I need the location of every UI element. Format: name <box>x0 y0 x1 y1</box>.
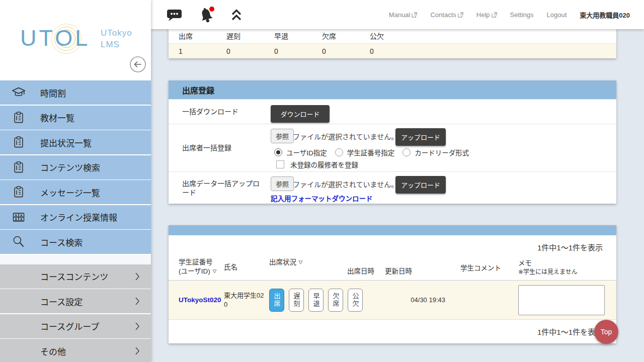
col-header-name: 氏名 <box>224 263 269 280</box>
sidebar-item-label: 時間割 <box>40 86 66 99</box>
col-header-status[interactable]: 出席状況 <box>269 258 347 280</box>
col-header-present: 出席 <box>179 31 226 41</box>
sidebar: UTOL UTokyo LMS 時間割 教材一覧 <box>0 0 151 362</box>
logout-link[interactable]: Logout <box>547 11 567 19</box>
logo-subtitle: UTokyo LMS <box>101 28 132 51</box>
sidebar-item-course-settings[interactable]: コース設定 <box>0 289 151 313</box>
upload-button[interactable]: アップロード <box>395 176 446 194</box>
external-link-icon <box>412 12 417 18</box>
sidebar-item-course-search[interactable]: コース検索 <box>0 230 151 254</box>
sidebar-item-timetable[interactable]: 時間割 <box>0 80 151 105</box>
chat-icon[interactable] <box>166 7 183 22</box>
col-header-comment: 学生コメント <box>445 264 518 280</box>
early-leave-count: 0 <box>274 47 322 55</box>
topbar: Manual Contacts Help Settings Logout 東大用… <box>151 0 644 29</box>
sidebar-item-label: メッセージ一覧 <box>40 186 100 199</box>
attendance-registration-panel: 出席登録 一括ダウンロード ダウンロード 出席者一括登録 参照 ファイルが選択さ… <box>169 80 616 204</box>
sidebar-item-course-group[interactable]: コースグループ <box>0 314 151 338</box>
sidebar-item-label: 教材一覧 <box>40 111 74 124</box>
table-row: UTokyoSt020 東大用学生020 出席 遅刻 早退 欠席 公欠 04/3… <box>169 281 616 320</box>
data-upload-row: 出席データ一括アップロード 参照 ファイルが選択されていません。 アップロード … <box>169 171 616 204</box>
sidebar-item-submission-status[interactable]: 提出状況一覧 <box>0 130 151 154</box>
register-unenrolled-checkbox[interactable] <box>276 160 284 168</box>
sidebar-item-label: その他 <box>40 345 66 357</box>
format-download-link[interactable]: 記入用フォーマットダウンロード <box>271 193 373 203</box>
sort-icon[interactable] <box>298 260 303 264</box>
status-button-absent[interactable]: 欠席 <box>328 289 343 312</box>
upload-button[interactable]: アップロード <box>395 128 446 146</box>
chevron-right-icon <box>135 322 140 331</box>
radio-card-reader[interactable] <box>403 148 411 156</box>
people-grid-icon <box>9 210 28 224</box>
clipboard-icon <box>9 160 28 174</box>
no-file-text: ファイルが選択されていません。 <box>293 179 398 189</box>
status-button-early-leave[interactable]: 早退 <box>308 289 324 312</box>
student-attendance-table: 1件中1〜1件を表示 学生証番号 (ユーザID) 氏名 出席状況 出席日時 更新… <box>169 225 616 343</box>
clipboard-icon <box>9 135 28 149</box>
notification-bell-icon[interactable] <box>197 6 216 23</box>
memo-input[interactable] <box>518 285 605 315</box>
result-count-footer: 1件中1〜1件を表示 <box>169 320 616 337</box>
utol-logo[interactable]: UTOL UTokyo LMS <box>0 0 151 80</box>
sidebar-item-label: 提出状況一覧 <box>40 136 92 149</box>
sidebar-item-course-contents[interactable]: コースコンテンツ <box>0 264 151 289</box>
manual-link-label: Manual <box>389 11 411 19</box>
settings-link[interactable]: Settings <box>510 11 534 19</box>
summary-values-row: 1 0 0 0 0 <box>169 43 616 58</box>
bulk-download-label: 一括ダウンロード <box>182 107 265 116</box>
scroll-to-top-button[interactable]: Top <box>594 320 618 344</box>
status-button-late[interactable]: 遅刻 <box>289 289 304 312</box>
sidebar-item-messages[interactable]: メッセージ一覧 <box>0 180 151 204</box>
clipboard-icon <box>9 185 28 199</box>
student-comment-value <box>445 281 518 319</box>
late-count: 0 <box>226 47 274 55</box>
table-header-row: 学生証番号 (ユーザID) 氏名 出席状況 出席日時 更新日時 学生コメント メ… <box>169 254 616 281</box>
present-count: 1 <box>179 47 226 55</box>
radio-user-id-label[interactable]: ユーザID指定 <box>286 147 327 157</box>
absent-count: 0 <box>322 47 370 55</box>
chevron-right-icon <box>135 346 140 355</box>
external-link-icon <box>458 12 463 18</box>
notification-badge <box>209 7 214 12</box>
sort-icon[interactable] <box>212 269 217 274</box>
external-link-icon <box>492 12 497 18</box>
sidebar-item-label: コース検索 <box>40 236 83 248</box>
sidebar-item-label: コースグループ <box>40 320 99 332</box>
contacts-link-label: Contacts <box>430 11 456 19</box>
sidebar-nav: 時間割 教材一覧 提出状況一覧 コンテンツ検索 メッセージ一覧 <box>0 80 151 362</box>
col-header-student-id[interactable]: 学生証番号 (ユーザID) <box>179 258 224 280</box>
register-unenrolled-label[interactable]: 未登録の履修者を登録 <box>290 159 358 169</box>
student-id-link[interactable]: UTokyoSt020 <box>179 296 221 304</box>
radio-student-card-number-label[interactable]: 学生証番号指定 <box>347 147 395 157</box>
sidebar-item-materials[interactable]: 教材一覧 <box>0 106 151 130</box>
col-header-updated-at: 更新日時 <box>385 267 445 280</box>
radio-card-reader-label[interactable]: カードリーダ形式 <box>415 147 469 157</box>
download-button[interactable]: ダウンロード <box>271 105 330 123</box>
radio-student-card-number[interactable] <box>335 148 343 156</box>
sidebar-item-content-search[interactable]: コンテンツ検索 <box>0 155 151 179</box>
bulk-register-row: 出席者一括登録 参照 ファイルが選択されていません。 アップロード ユーザID指… <box>169 124 616 171</box>
sidebar-collapse-button[interactable] <box>129 56 146 73</box>
sidebar-item-label: コース設定 <box>40 295 83 308</box>
sidebar-item-others[interactable]: その他 <box>0 339 151 362</box>
browse-button[interactable]: 参照 <box>271 176 294 191</box>
sidebar-item-online-class-info[interactable]: オンライン授業情報 <box>0 205 151 229</box>
section-title: 出席登録 <box>169 80 616 99</box>
summary-header-row: 出席 遅刻 早退 欠席 公欠 <box>169 28 616 43</box>
help-link[interactable]: Help <box>476 11 497 19</box>
radio-user-id[interactable] <box>274 148 282 156</box>
col-header-attended-at: 出席日時 <box>347 267 385 280</box>
sidebar-item-label: コースコンテンツ <box>40 270 108 283</box>
browse-button[interactable]: 参照 <box>271 129 294 143</box>
manual-link[interactable]: Manual <box>389 11 418 19</box>
bulk-download-row: 一括ダウンロード ダウンロード <box>169 99 616 124</box>
double-chevron-up-icon[interactable] <box>230 8 243 22</box>
no-file-text: ファイルが選択されていません。 <box>293 131 398 141</box>
arrow-left-circle-icon <box>129 56 146 73</box>
graduation-cap-icon <box>9 85 28 100</box>
col-header-excused: 公欠 <box>370 31 418 41</box>
attended-at-value <box>347 281 385 319</box>
contacts-link[interactable]: Contacts <box>430 11 463 19</box>
status-button-present[interactable]: 出席 <box>269 289 284 312</box>
bulk-register-label: 出席者一括登録 <box>182 143 265 152</box>
